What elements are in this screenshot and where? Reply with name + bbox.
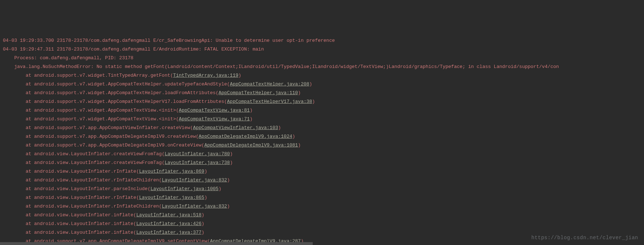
log-line[interactable]: at android.view.LayoutInflater.rInflate(… [3, 167, 641, 176]
paren-open: ( [159, 204, 162, 209]
source-link[interactable]: LayoutInflater.java:426 [136, 221, 201, 226]
log-text: 04-03 19:29:47.311 23178-23178/com.dafen… [3, 47, 264, 52]
log-line[interactable]: at android.view.LayoutInflater.createVie… [3, 158, 641, 167]
log-text: at android.support.v7.app.AppCompatViewI… [3, 125, 190, 130]
source-link[interactable]: AppCompatTextHelper.java:110 [219, 90, 298, 96]
source-link[interactable]: AppCompatViewInflater.java:103 [193, 125, 278, 130]
paren-close: ) [250, 116, 253, 122]
log-text: at android.support.v7.widget.AppCompatTe… [3, 108, 176, 113]
log-text: at android.support.v7.widget.AppCompatTe… [3, 81, 227, 87]
source-link[interactable]: AppCompatDelegateImplV9.java:1081 [204, 142, 298, 148]
log-text: at android.view.LayoutInflater.inflate [3, 212, 133, 218]
paren-close: ) [204, 195, 207, 200]
log-text: 04-03 19:29:33.700 23178-23178/com.dafen… [3, 38, 335, 43]
log-text: java.lang.NoSuchMethodError: No static m… [3, 64, 559, 69]
log-line[interactable]: at android.view.LayoutInflater.rInflateC… [3, 202, 641, 211]
log-text: at android.view.LayoutInflater.parseIncl… [3, 186, 148, 192]
log-text: at android.support.v7.widget.AppCompatTe… [3, 116, 176, 122]
log-line[interactable]: at android.view.LayoutInflater.inflate(L… [3, 211, 641, 220]
log-line[interactable]: 04-03 19:29:33.700 23178-23178/com.dafen… [3, 36, 641, 45]
paren-close: ) [292, 134, 295, 139]
source-link[interactable]: AppCompatTextHelper.java:208 [230, 81, 309, 87]
paren-close: ) [201, 230, 204, 235]
paren-open: ( [216, 90, 219, 96]
log-line[interactable]: at android.view.LayoutInflater.parseIncl… [3, 185, 641, 193]
log-line[interactable]: at android.view.LayoutInflater.rInflate(… [3, 193, 641, 202]
log-line[interactable]: at android.view.LayoutInflater.inflate(L… [3, 220, 641, 228]
source-link[interactable]: LayoutInflater.java:865 [139, 195, 204, 200]
logcat-output[interactable]: 04-03 19:29:33.700 23178-23178/com.dafen… [3, 36, 641, 245]
paren-close: ) [219, 186, 221, 192]
log-line[interactable]: Process: com.dafeng.dafengmall, PID: 231… [3, 54, 641, 63]
log-line[interactable]: at android.support.v7.app.AppCompatDeleg… [3, 141, 641, 150]
log-text: at android.view.LayoutInflater.createVie… [3, 160, 162, 165]
paren-open: ( [133, 221, 136, 226]
source-link[interactable]: LayoutInflater.java:1005 [151, 186, 219, 192]
log-text: at android.view.LayoutInflater.rInflateC… [3, 204, 159, 209]
paren-close: ) [204, 169, 207, 174]
log-line[interactable]: 04-03 19:29:47.311 23178-23178/com.dafen… [3, 45, 641, 54]
log-line[interactable]: at android.support.v7.widget.AppCompatTe… [3, 89, 641, 97]
source-link[interactable]: AppCompatTextView.java:71 [179, 116, 250, 122]
paren-open: ( [162, 151, 165, 157]
paren-close: ) [312, 99, 315, 104]
paren-close: ) [239, 73, 241, 78]
paren-open: ( [148, 186, 151, 192]
log-text: at android.view.LayoutInflater.rInflateC… [3, 177, 159, 183]
paren-close: ) [298, 142, 301, 148]
source-link[interactable]: LayoutInflater.java:832 [162, 204, 227, 209]
source-link[interactable]: LayoutInflater.java:869 [139, 169, 204, 174]
log-text: at android.view.LayoutInflater.rInflate [3, 169, 136, 174]
log-text: at android.view.LayoutInflater.inflate [3, 230, 133, 235]
log-text: at android.support.v7.app.AppCompatDeleg… [3, 142, 201, 148]
source-link[interactable]: LayoutInflater.java:377 [136, 230, 201, 235]
log-line[interactable]: at android.support.v7.app.AppCompatDeleg… [3, 132, 641, 141]
log-line[interactable]: at android.view.LayoutInflater.createVie… [3, 150, 641, 158]
paren-open: ( [176, 116, 179, 122]
paren-close: ) [298, 90, 301, 96]
log-text: at android.view.LayoutInflater.createVie… [3, 151, 162, 157]
log-line[interactable]: at android.view.LayoutInflater.rInflateC… [3, 176, 641, 185]
log-line[interactable]: java.lang.NoSuchMethodError: No static m… [3, 63, 641, 71]
log-text: at android.view.LayoutInflater.rInflate [3, 195, 136, 200]
log-text: at android.support.v7.widget.TintTypedAr… [3, 73, 170, 78]
paren-close: ) [227, 177, 230, 183]
paren-open: ( [201, 142, 204, 148]
paren-close: ) [230, 160, 233, 165]
log-line[interactable]: at android.support.v7.widget.AppCompatTe… [3, 106, 641, 115]
log-text: at android.view.LayoutInflater.inflate [3, 221, 133, 226]
source-link[interactable]: LayoutInflater.java:738 [165, 160, 230, 165]
log-line[interactable]: at android.support.v7.widget.AppCompatTe… [3, 80, 641, 89]
source-link[interactable]: LayoutInflater.java:780 [165, 151, 230, 157]
paren-open: ( [190, 125, 193, 130]
paren-close: ) [309, 81, 312, 87]
paren-open: ( [170, 73, 173, 78]
paren-open: ( [227, 81, 230, 87]
log-text: at android.support.v7.widget.AppCompatTe… [3, 99, 224, 104]
log-line[interactable]: at android.support.v7.app.AppCompatViewI… [3, 124, 641, 132]
log-line[interactable]: at android.support.v7.widget.AppCompatTe… [3, 115, 641, 124]
source-link[interactable]: AppCompatDelegateImplV9.java:1024 [199, 134, 292, 139]
paren-close: ) [278, 125, 281, 130]
watermark-text: https://blog.csdn.net/clever_jian [531, 233, 638, 242]
paren-close: ) [230, 151, 233, 157]
log-line[interactable]: at android.support.v7.widget.AppCompatTe… [3, 97, 641, 106]
log-text: Process: com.dafeng.dafengmall, PID: 231… [3, 55, 133, 61]
paren-close: ) [201, 221, 204, 226]
paren-close: ) [250, 108, 253, 113]
paren-close: ) [227, 204, 230, 209]
source-link[interactable]: AppCompatTextView.java:81 [179, 108, 250, 113]
paren-open: ( [133, 230, 136, 235]
source-link[interactable]: LayoutInflater.java:518 [136, 212, 201, 218]
source-link[interactable]: TintTypedArray.java:119 [173, 73, 238, 78]
source-link[interactable]: LayoutInflater.java:832 [162, 177, 227, 183]
horizontal-scrollbar[interactable] [0, 242, 313, 245]
paren-open: ( [176, 108, 179, 113]
paren-open: ( [162, 160, 165, 165]
paren-close: ) [201, 212, 204, 218]
paren-open: ( [159, 177, 162, 183]
log-text: at android.support.v7.app.AppCompatDeleg… [3, 134, 196, 139]
source-link[interactable]: AppCompatTextHelperV17.java:38 [227, 99, 312, 104]
log-text: at android.support.v7.widget.AppCompatTe… [3, 90, 216, 96]
log-line[interactable]: at android.support.v7.widget.TintTypedAr… [3, 71, 641, 80]
